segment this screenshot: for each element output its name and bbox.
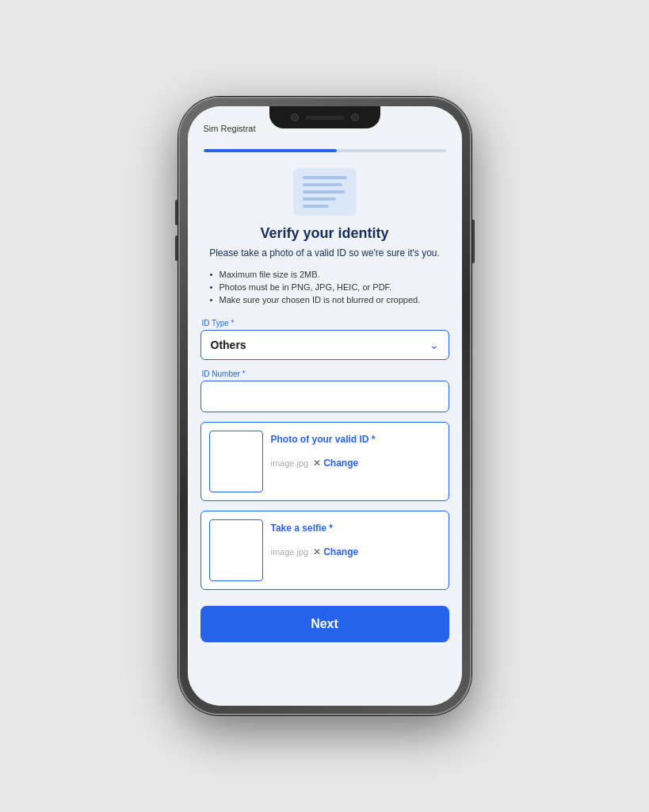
photo-id-filename-row: image.jpg ✕ Change [271,458,441,469]
id-type-value: Others [211,339,246,351]
page-title: Verify your identity [188,225,462,247]
phone-screen: Sim Registrat [188,106,462,706]
photo-id-info: Photo of your valid ID * image.jpg ✕ Cha… [271,431,441,469]
id-line-4 [303,197,336,201]
form-section: ID Type * Others ⌄ ID Number * [188,319,462,590]
next-button[interactable]: Next [200,606,449,642]
phone-frame: Sim Registrat [178,97,471,715]
photo-id-filename: image.jpg [271,458,309,468]
progress-container [188,136,462,162]
bullet-item-2: Photos must be in PNG, JPG, HEIC, or PDF… [210,281,440,293]
id-number-input[interactable] [200,381,449,412]
volume-up-button [175,200,178,225]
selfie-change-button[interactable]: ✕ Change [313,546,358,557]
chevron-down-icon: ⌄ [429,339,439,351]
selfie-filename: image.jpg [271,547,309,557]
bullet-item-3: Make sure your chosen ID is not blurred … [210,293,440,306]
id-line-2 [303,183,342,186]
photo-id-upload-section: Photo of your valid ID * image.jpg ✕ Cha… [200,422,449,501]
notch [269,106,380,128]
id-line-1 [303,176,347,179]
app-title: Sim Registrat [204,124,256,133]
progress-track [204,149,446,152]
requirements-list: Maximum file size is 2MB. Photos must be… [188,268,462,319]
photo-id-label: Photo of your valid ID * [271,434,441,445]
selfie-close-icon: ✕ [313,546,321,557]
id-number-label: ID Number * [200,370,449,378]
photo-id-preview [209,431,263,492]
id-type-group: ID Type * Others ⌄ [200,319,449,360]
selfie-label: Take a selfie * [271,523,441,534]
screen-content: Verify your identity Please take a photo… [188,136,462,706]
id-card-icon [293,168,357,216]
bullet-item-1: Maximum file size is 2MB. [210,268,440,281]
photo-id-close-icon: ✕ [313,458,321,469]
photo-id-change-label: Change [323,458,358,469]
progress-fill [204,149,337,152]
phone-device: Sim Registrat [178,97,471,715]
sensor [351,113,359,121]
id-line-3 [303,190,345,193]
selfie-change-label: Change [323,546,358,557]
front-camera [291,113,299,121]
page-subtitle: Please take a photo of a valid ID so we'… [188,247,462,268]
selfie-filename-row: image.jpg ✕ Change [271,546,441,557]
id-type-dropdown[interactable]: Others ⌄ [200,330,449,360]
photo-id-change-button[interactable]: ✕ Change [313,458,358,469]
selfie-info: Take a selfie * image.jpg ✕ Change [271,519,441,557]
id-line-5 [303,205,330,208]
volume-down-button [175,236,178,261]
id-illustration [188,162,462,225]
id-number-group: ID Number * [200,370,449,412]
speaker [305,116,345,120]
selfie-preview [209,519,263,581]
id-type-label: ID Type * [200,319,449,327]
selfie-upload-section: Take a selfie * image.jpg ✕ Change [200,511,449,590]
power-button [471,220,475,263]
